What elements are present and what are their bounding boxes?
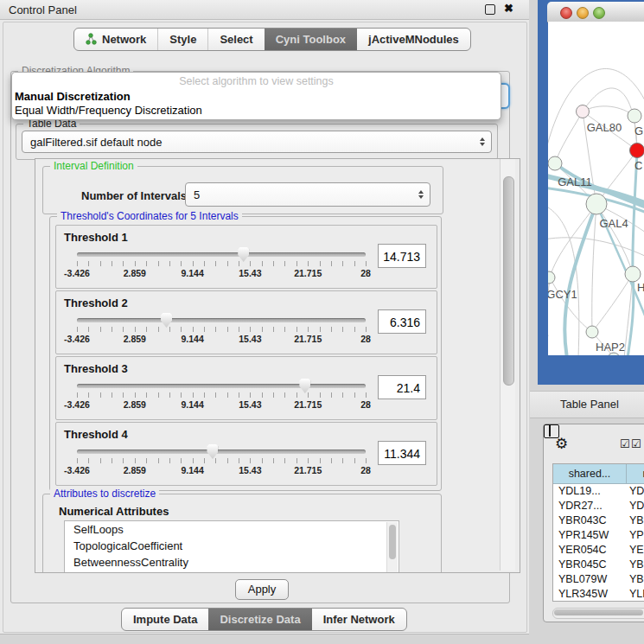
slider-track[interactable] <box>77 450 366 454</box>
tab-network[interactable]: Network <box>74 29 158 50</box>
threshold-4-slider[interactable]: -3.426 2.859 9.144 15.43 21.715 28 <box>77 423 366 485</box>
node-gal11[interactable] <box>548 156 562 170</box>
table-horizontal-scrollbar[interactable] <box>552 608 644 619</box>
column-header-name[interactable]: n <box>627 464 644 483</box>
tick-label: 21.715 <box>294 268 322 278</box>
checkbox-icon[interactable]: ☑ <box>620 437 630 450</box>
dropdown-option-equal-width-frequency[interactable]: Equal Width/Frequency Discretization <box>15 104 488 117</box>
table-row[interactable]: YER054CYER0 <box>553 543 644 558</box>
list-vertical-scrollbar[interactable] <box>386 522 398 573</box>
tab-impute-data[interactable]: Impute Data <box>122 609 208 630</box>
node-partial-h[interactable] <box>625 266 641 282</box>
threshold-3-value-field[interactable]: 21.4 <box>378 375 426 399</box>
node-selected-red[interactable] <box>630 143 644 158</box>
table-row[interactable]: YPR145WYPR1 <box>553 528 644 543</box>
table-row[interactable]: YBR045CYBR0 <box>553 558 644 572</box>
node-gcy1[interactable] <box>548 271 555 284</box>
tab-select[interactable]: Select <box>208 29 264 50</box>
threshold-2-value-field[interactable]: 6.316 <box>378 309 426 334</box>
list-item[interactable]: TopologicalCoefficient <box>65 538 399 554</box>
tick-label: 2.859 <box>124 465 146 475</box>
gear-icon[interactable]: ⚙ <box>555 436 568 453</box>
number-of-intervals-combo[interactable]: 5 <box>185 182 430 207</box>
node-hap2[interactable] <box>586 326 598 338</box>
threshold-1-slider[interactable]: -3.426 2.859 9.144 15.43 21.715 28 <box>77 226 366 288</box>
slider-thumb[interactable] <box>299 379 310 393</box>
slider-ticks <box>77 458 367 463</box>
tick-label: -3.426 <box>64 334 90 344</box>
tab-jactivemnodules[interactable]: jActiveMNodules <box>357 29 470 50</box>
slider-track[interactable] <box>77 252 366 257</box>
close-icon[interactable]: ✖ <box>504 2 513 15</box>
tab-style[interactable]: Style <box>158 29 208 50</box>
table-row[interactable]: YBL079WYBL0 <box>553 572 644 587</box>
slider-thumb[interactable] <box>207 444 218 459</box>
table-data-combo[interactable]: galFiltered.sif default node <box>22 131 492 153</box>
threshold-3-slider[interactable]: -3.426 2.859 9.144 15.43 21.715 28 <box>77 357 366 419</box>
tick-label: 21.715 <box>294 399 322 410</box>
number-of-intervals-value: 5 <box>194 188 200 201</box>
threshold-1-value-field[interactable]: 14.713 <box>378 244 426 268</box>
tick-label: 2.859 <box>124 334 146 344</box>
tick-label: 9.144 <box>181 334 203 344</box>
control-panel-titlebar: Control Panel ✖ <box>0 0 529 20</box>
interval-definition-group: Interval Definition Number of Intervals … <box>42 166 443 214</box>
node-gal4[interactable] <box>586 194 607 214</box>
threshold-4-value-field[interactable]: 11.344 <box>378 441 426 465</box>
threshold-4-panel: Threshold 4 -3.426 2.859 9.144 15.43 21.… <box>55 422 437 486</box>
table-row[interactable]: YDR27...YDR2 <box>553 499 644 513</box>
network-canvas[interactable]: GAL80 G C GAL11 GAL4 GCY1 H HAP2 <box>548 22 644 355</box>
column-header-shared-name[interactable]: shared... <box>553 464 627 483</box>
apply-button[interactable]: Apply <box>235 579 289 600</box>
tab-network-label: Network <box>102 33 146 46</box>
tab-cyni-toolbox[interactable]: Cyni Toolbox <box>265 29 357 50</box>
slider-track[interactable] <box>77 318 366 322</box>
slider-thumb[interactable] <box>161 313 172 328</box>
list-item[interactable]: BetweennessCentrality <box>65 554 399 571</box>
tab-infer-network[interactable]: Infer Network <box>312 609 406 630</box>
slider-thumb[interactable] <box>238 247 249 262</box>
tick-label: 15.43 <box>239 399 261 410</box>
network-window-titlebar[interactable] <box>547 2 644 22</box>
scrollbar-thumb[interactable] <box>554 609 643 615</box>
table-panel-window: ⚙ ☑ ☑ shared... n YDL19...YDL1 YDR27...Y… <box>543 424 644 622</box>
node-label-partial-h: H <box>637 281 644 294</box>
scrollbar-thumb[interactable] <box>503 176 514 386</box>
list-item[interactable]: SelfLoops <box>65 521 399 538</box>
node-gal80[interactable] <box>577 105 590 118</box>
tick-label: -3.426 <box>64 268 90 278</box>
tick-label: 9.144 <box>181 465 203 475</box>
tick-label: 9.144 <box>181 268 203 278</box>
threshold-2-slider[interactable]: -3.426 2.859 9.144 15.43 21.715 28 <box>77 291 366 354</box>
scrollbar-thumb[interactable] <box>389 525 396 559</box>
tick-label: 28 <box>360 334 371 344</box>
checkbox-icon[interactable]: ☑ <box>631 437 641 450</box>
close-traffic-light-icon[interactable] <box>560 7 572 19</box>
node-label-partial-g: G <box>634 124 643 137</box>
table-row[interactable]: YBR043CYBR0 <box>553 513 644 528</box>
control-panel-title: Control Panel <box>9 3 77 16</box>
top-tabbar: Network Style Select Cyni Toolbox jActiv… <box>73 28 471 51</box>
number-of-intervals-label: Number of Intervals <box>81 189 187 202</box>
slider-ticks <box>77 392 367 398</box>
interval-definition-title: Interval Definition <box>50 160 137 172</box>
dropdown-option-manual-discretization[interactable]: Manual Discretization <box>15 90 488 103</box>
numerical-attributes-label: Numerical Attributes <box>59 505 169 518</box>
float-window-icon[interactable] <box>485 4 495 15</box>
tick-label: 2.859 <box>124 268 146 278</box>
table-row[interactable]: YLR345WYLR3 <box>553 587 644 602</box>
tick-label: 9.144 <box>181 399 203 410</box>
minimize-traffic-light-icon[interactable] <box>577 7 589 19</box>
node-attribute-table: shared... n YDL19...YDL1 YDR27...YDR2 YB… <box>552 463 644 602</box>
node-partial-g[interactable] <box>628 109 641 123</box>
zoom-traffic-light-icon[interactable] <box>593 7 605 19</box>
thresholds-group: Threshold's Coordinates for 5 Intervals … <box>49 216 442 491</box>
tick-label: 15.43 <box>239 465 261 475</box>
table-row[interactable]: YDL19...YDL1 <box>553 484 644 499</box>
settings-vertical-scrollbar[interactable] <box>500 159 515 571</box>
tick-label: -3.426 <box>64 399 90 410</box>
threshold-3-panel: Threshold 3 -3.426 2.859 9.144 15.43 21.… <box>55 356 437 420</box>
tab-discretize-data[interactable]: Discretize Data <box>208 609 311 630</box>
slider-track[interactable] <box>77 384 366 388</box>
tick-label: 21.715 <box>294 334 322 344</box>
